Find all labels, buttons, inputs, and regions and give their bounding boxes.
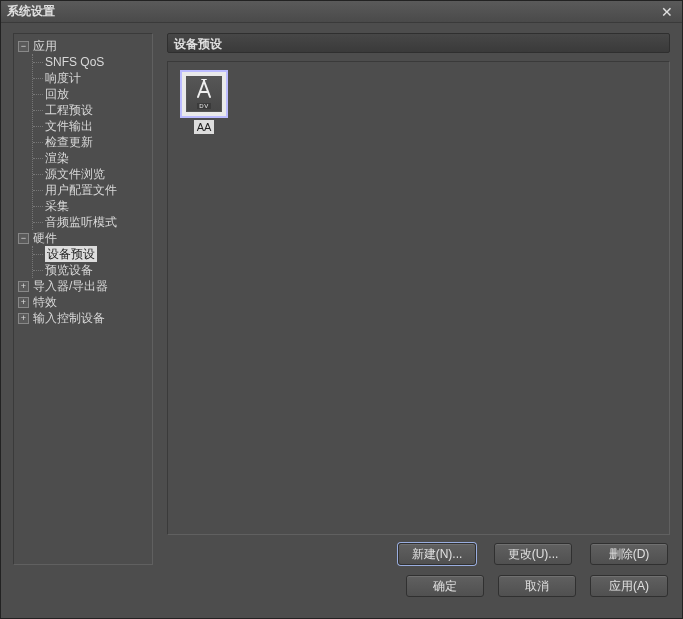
a-glyph-icon xyxy=(194,79,214,101)
expand-icon[interactable]: + xyxy=(18,281,29,292)
main-panel: 设备预设 DV AA 新建(N)... 更改(U)... 删除(D) xyxy=(167,33,670,565)
device-item[interactable]: DV AA xyxy=(176,70,232,134)
tree-item-snfs[interactable]: SNFS QoS xyxy=(39,54,150,70)
tree-item-check-update[interactable]: 检查更新 xyxy=(39,134,150,150)
device-label: AA xyxy=(194,120,215,134)
nav-tree: − 应用 SNFS QoS 响度计 回放 工程预设 文件输出 检查更新 渲染 源… xyxy=(13,33,153,565)
delete-button[interactable]: 删除(D) xyxy=(590,543,668,565)
tree-node-app[interactable]: − 应用 xyxy=(16,38,150,54)
collapse-icon[interactable]: − xyxy=(18,233,29,244)
tree-label: 输入控制设备 xyxy=(33,310,105,326)
tree-label: 应用 xyxy=(33,38,57,54)
tree-node-fx[interactable]: + 特效 xyxy=(16,294,150,310)
tree-label: 硬件 xyxy=(33,230,57,246)
cancel-button[interactable]: 取消 xyxy=(498,575,576,597)
window-title: 系统设置 xyxy=(7,3,658,20)
expand-icon[interactable]: + xyxy=(18,313,29,324)
tree-label: 导入器/导出器 xyxy=(33,278,108,294)
new-button[interactable]: 新建(N)... xyxy=(398,543,476,565)
content-area: − 应用 SNFS QoS 响度计 回放 工程预设 文件输出 检查更新 渲染 源… xyxy=(1,23,682,571)
tree-node-input-ctrl[interactable]: + 输入控制设备 xyxy=(16,310,150,326)
tree-node-io[interactable]: + 导入器/导出器 xyxy=(16,278,150,294)
collapse-icon[interactable]: − xyxy=(18,41,29,52)
tree-item-source-browse[interactable]: 源文件浏览 xyxy=(39,166,150,182)
device-icon: DV xyxy=(180,70,228,118)
ok-button[interactable]: 确定 xyxy=(406,575,484,597)
change-button[interactable]: 更改(U)... xyxy=(494,543,572,565)
tree-item-user-profile[interactable]: 用户配置文件 xyxy=(39,182,150,198)
tree-item-preview-device[interactable]: 预览设备 xyxy=(39,262,150,278)
tree-item-meter[interactable]: 响度计 xyxy=(39,70,150,86)
tree-item-device-preset[interactable]: 设备预设 xyxy=(39,246,150,262)
tree-item-file-output[interactable]: 文件输出 xyxy=(39,118,150,134)
tree-node-hardware[interactable]: − 硬件 xyxy=(16,230,150,246)
tree-label: 特效 xyxy=(33,294,57,310)
expand-icon[interactable]: + xyxy=(18,297,29,308)
tree-item-audio-monitor[interactable]: 音频监听模式 xyxy=(39,214,150,230)
tree-item-render[interactable]: 渲染 xyxy=(39,150,150,166)
tree-item-capture[interactable]: 采集 xyxy=(39,198,150,214)
device-list[interactable]: DV AA xyxy=(167,61,670,535)
tree-item-project-preset[interactable]: 工程预设 xyxy=(39,102,150,118)
titlebar: 系统设置 ✕ xyxy=(1,1,682,23)
apply-button[interactable]: 应用(A) xyxy=(590,575,668,597)
close-icon[interactable]: ✕ xyxy=(658,4,676,20)
panel-title: 设备预设 xyxy=(167,33,670,53)
tree-item-playback[interactable]: 回放 xyxy=(39,86,150,102)
panel-button-row: 新建(N)... 更改(U)... 删除(D) xyxy=(167,543,670,565)
device-tag: DV xyxy=(197,103,210,109)
dialog-button-row: 确定 取消 应用(A) xyxy=(1,571,682,607)
